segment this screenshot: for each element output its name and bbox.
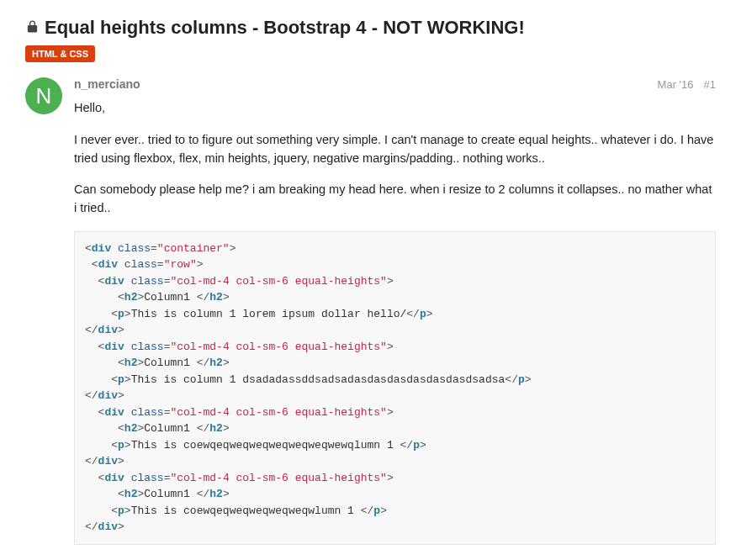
paragraph: I never ever.. tried to to figure out so… bbox=[74, 131, 716, 168]
username-link[interactable]: n_merciano bbox=[74, 77, 140, 91]
post-date[interactable]: Mar '16 bbox=[658, 78, 694, 91]
post-number[interactable]: #1 bbox=[704, 78, 716, 91]
post-content: Hello, I never ever.. tried to to figure… bbox=[74, 99, 716, 545]
category-badge[interactable]: HTML & CSS bbox=[25, 45, 95, 62]
post: N n_merciano Mar '16 #1 Hello, I never e… bbox=[25, 77, 716, 545]
code-block: <div class="container"> <div class="row"… bbox=[74, 231, 716, 545]
paragraph: Hello, bbox=[74, 99, 716, 118]
page-title[interactable]: Equal heights columns - Bootstrap 4 - NO… bbox=[45, 17, 525, 39]
avatar[interactable]: N bbox=[25, 77, 62, 114]
paragraph: Can somebody please help me? i am breaki… bbox=[74, 181, 716, 218]
lock-icon bbox=[25, 19, 40, 37]
